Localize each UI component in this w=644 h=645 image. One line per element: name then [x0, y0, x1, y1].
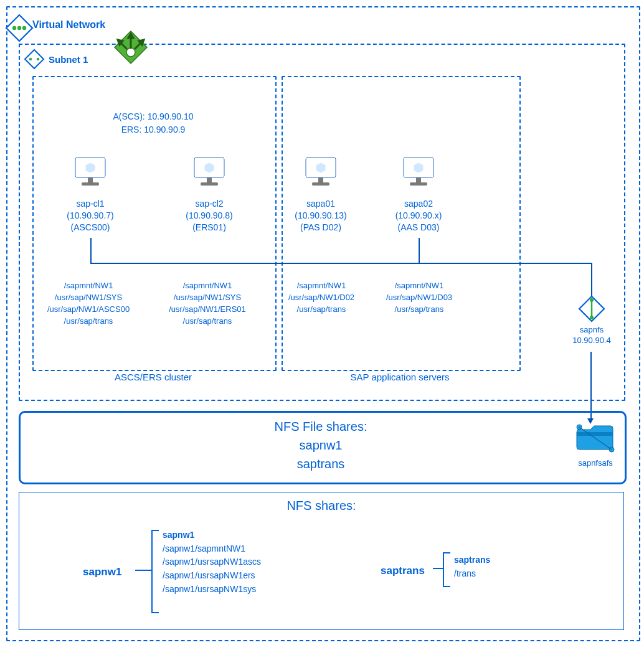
wire	[90, 238, 92, 263]
nfs-shares-title: NFS shares:	[19, 499, 623, 513]
svg-point-8	[126, 48, 135, 57]
vm-sap-cl2-paths: /sapmnt/NW1/usr/sap/NW1/SYS /usr/sap/NW1…	[148, 280, 267, 327]
svg-rect-23	[577, 432, 613, 436]
svg-point-2	[17, 26, 21, 30]
wire	[590, 352, 592, 419]
vm-sap-cl1-icon	[73, 154, 108, 189]
share-saptrans-name: saptrans	[381, 565, 425, 577]
vm-sap-cl1-label: sap-cl1 (10.90.90.7) (ASCS00)	[47, 198, 134, 233]
wire	[90, 263, 592, 264]
subnet-header: Subnet 1	[24, 49, 88, 70]
wire	[591, 263, 592, 296]
storage-folder-icon	[575, 421, 615, 453]
share-sapnw1-name: sapnw1	[83, 566, 121, 578]
ascs-ers-caption: ASCS/ERS cluster	[32, 372, 274, 382]
vm-sapa02-paths: /sapmnt/NW1/usr/sap/NW1/D03 /usr/sap/tra…	[360, 280, 478, 316]
svg-marker-4	[25, 50, 44, 68]
vm-sapa01-label: sapa01 (10.90.90.13) (PAS D02)	[277, 198, 364, 233]
svg-point-6	[37, 58, 39, 60]
vm-sapa02-label: sapa02 (10.90.90.x) (AAS D03)	[375, 198, 462, 233]
lb-ers-ip: ERS: 10.90.90.9	[32, 123, 274, 136]
bracket-connector	[433, 568, 443, 569]
load-balancer-icon	[113, 30, 148, 65]
nfs-shares-detail-box: NFS shares: sapnw1 sapnw1 /sapnw1/sapmnt…	[19, 492, 624, 630]
bracket-connector	[135, 570, 151, 571]
vm-sapa01-icon	[303, 154, 338, 189]
vm-sap-cl1-paths: /sapmnt/NW1/usr/sap/NW1/SYS /usr/sap/NW1…	[29, 280, 148, 327]
svg-point-3	[22, 26, 26, 30]
app-servers-caption: SAP application servers	[282, 372, 518, 382]
nfs-fileshares-text: NFS File shares: sapnw1 saptrans	[19, 417, 623, 473]
subnet-icon	[24, 49, 45, 70]
load-balancer-ips: A(SCS): 10.90.90.10 ERS: 10.90.90.9	[32, 110, 274, 136]
vnet-header: Virtual Network	[5, 14, 105, 36]
vm-sapa02-icon	[401, 154, 436, 189]
nfs-title: NFS File shares:	[19, 417, 623, 436]
nfs-share1: sapnw1	[19, 436, 623, 454]
share-sapnw1-items: sapnw1 /sapnw1/sapmntNW1 /sapnw1/usrsapN…	[163, 529, 261, 596]
svg-point-5	[29, 58, 32, 60]
vnet-title: Virtual Network	[32, 19, 105, 31]
svg-point-22	[590, 316, 594, 319]
sapnfs-label: sapnfs 10.90.90.4	[568, 325, 615, 346]
lb-ascs-ip: A(SCS): 10.90.90.10	[32, 110, 274, 123]
sapnfs-icon	[578, 295, 605, 322]
vnet-icon	[5, 14, 27, 36]
svg-point-1	[12, 26, 16, 30]
wire	[419, 238, 420, 263]
subnet-title: Subnet 1	[49, 54, 88, 65]
nfs-share2: saptrans	[19, 454, 623, 473]
storage-folder-label: sapnfsafs	[569, 458, 622, 468]
vm-sap-cl2-icon	[192, 154, 227, 189]
subnet-box: Subnet 1 ASCS/ERS cluster SAP applicatio…	[19, 44, 625, 401]
bracket-saptrans	[443, 552, 450, 587]
vm-sap-cl2-label: sap-cl2 (10.90.90.8) (ERS01)	[166, 198, 253, 233]
bracket-sapnw1	[151, 530, 159, 613]
svg-point-21	[590, 298, 594, 302]
share-saptrans-items: saptrans /trans	[454, 553, 490, 580]
